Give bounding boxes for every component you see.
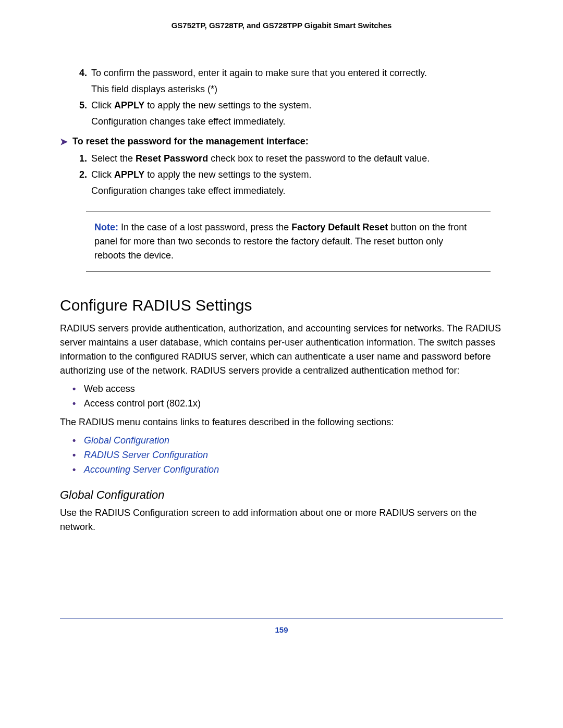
list-item: • Access control port (802.1x) xyxy=(72,397,503,411)
page: GS752TP, GS728TP, and GS728TPP Gigabit S… xyxy=(0,0,563,728)
task-heading: ➤ To reset the password for the manageme… xyxy=(60,136,503,147)
step-number: 1. xyxy=(72,152,87,166)
text: to apply the new settings to the system. xyxy=(144,169,311,180)
step-5: 5. Click APPLY to apply the new settings… xyxy=(72,98,503,129)
step-number: 2. xyxy=(72,168,87,198)
task-heading-text: To reset the password for the management… xyxy=(72,136,309,147)
link-global-configuration[interactable]: Global Configuration xyxy=(84,434,169,448)
text: Click xyxy=(91,169,114,180)
list-item: • Global Configuration xyxy=(72,434,503,448)
link-accounting-server-configuration[interactable]: Accounting Server Configuration xyxy=(84,463,219,477)
step-2: 2. Click APPLY to apply the new settings… xyxy=(72,168,503,198)
text: Select the xyxy=(91,153,136,164)
arrow-icon: ➤ xyxy=(60,136,72,147)
bullet-icon: • xyxy=(72,382,84,397)
paragraph: RADIUS servers provide authentication, a… xyxy=(60,322,503,378)
link-radius-server-configuration[interactable]: RADIUS Server Configuration xyxy=(84,448,208,463)
step-number: 4. xyxy=(72,66,87,96)
page-number: 159 xyxy=(0,625,563,634)
note-label: Note: xyxy=(94,222,118,232)
text: to apply the new settings to the system. xyxy=(144,100,311,110)
text: Click xyxy=(91,100,114,110)
apply-label: APPLY xyxy=(114,100,144,110)
step-number: 5. xyxy=(72,98,87,129)
text: In the case of a lost password, press th… xyxy=(118,222,291,232)
factory-default-reset-label: Factory Default Reset xyxy=(291,222,388,232)
bullet-icon: • xyxy=(72,397,84,411)
text: Web access xyxy=(84,382,135,397)
apply-label: APPLY xyxy=(114,169,144,180)
step-body: Select the Reset Password check box to r… xyxy=(91,152,503,166)
step-1: 1. Select the Reset Password check box t… xyxy=(72,152,503,166)
list-item: • Web access xyxy=(72,382,503,397)
text: Configuration changes take effect immedi… xyxy=(91,115,503,129)
running-header: GS752TP, GS728TP, and GS728TPP Gigabit S… xyxy=(60,21,503,30)
bullet-icon: • xyxy=(72,463,84,477)
bullet-icon: • xyxy=(72,448,84,463)
step-body: Click APPLY to apply the new settings to… xyxy=(91,168,503,198)
text: To confirm the password, enter it again … xyxy=(91,68,427,78)
note-box: Note: In the case of a lost password, pr… xyxy=(86,212,491,272)
steps-group-a: 4. To confirm the password, enter it aga… xyxy=(72,66,503,129)
bullet-icon: • xyxy=(72,434,84,448)
text: check box to reset the password to the d… xyxy=(208,153,430,164)
subsection-heading: Global Configuration xyxy=(60,488,503,502)
section-heading: Configure RADIUS Settings xyxy=(60,297,503,314)
footer-rule xyxy=(60,618,503,619)
step-4: 4. To confirm the password, enter it aga… xyxy=(72,66,503,96)
steps-group-b: 1. Select the Reset Password check box t… xyxy=(72,152,503,198)
text: Access control port (802.1x) xyxy=(84,397,201,411)
text: Configuration changes take effect immedi… xyxy=(91,184,503,198)
paragraph: Use the RADIUS Configuration screen to a… xyxy=(60,506,503,534)
step-body: Click APPLY to apply the new settings to… xyxy=(91,98,503,129)
list-item: • RADIUS Server Configuration xyxy=(72,448,503,463)
reset-password-label: Reset Password xyxy=(136,153,208,164)
text: This field displays asterisks (*) xyxy=(91,82,503,96)
list-item: • Accounting Server Configuration xyxy=(72,463,503,477)
step-body: To confirm the password, enter it again … xyxy=(91,66,503,96)
paragraph: The RADIUS menu contains links to featur… xyxy=(60,415,503,429)
